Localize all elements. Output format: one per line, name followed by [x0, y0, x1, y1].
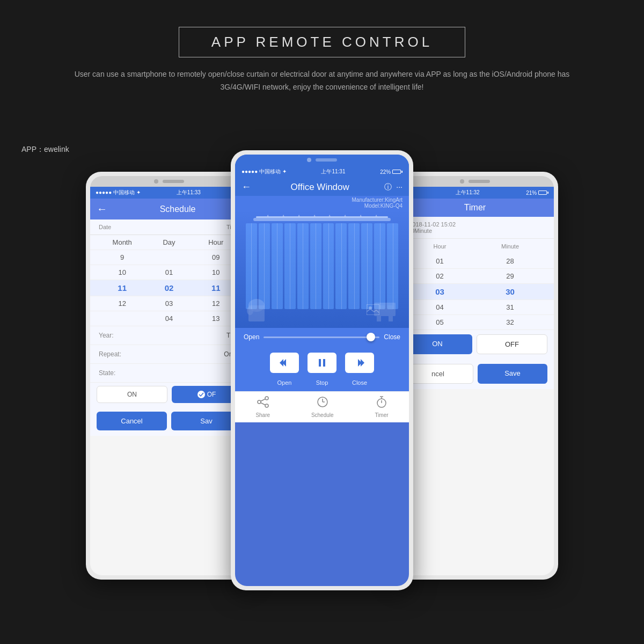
- day-4: 04: [153, 314, 185, 323]
- timer-icon: [376, 396, 387, 411]
- battery-icon-center: [392, 170, 402, 174]
- svg-rect-5: [389, 316, 393, 321]
- back-arrow-left[interactable]: ←: [97, 203, 107, 215]
- time-right: 上午11:32: [456, 189, 480, 196]
- camera-right: [460, 179, 464, 184]
- title-text: APP REMOTE CONTROL: [211, 34, 433, 50]
- month-col-header: Month: [106, 238, 138, 246]
- share-icon: [257, 396, 269, 411]
- battery-right: 21%: [526, 190, 548, 196]
- save-button-right[interactable]: Save: [478, 364, 547, 384]
- camera-center: [307, 158, 311, 162]
- schedule-row-1: 10 01 10: [90, 265, 248, 280]
- timer-off-button[interactable]: OFF: [477, 334, 547, 354]
- schedule-title: Schedule: [114, 204, 241, 214]
- state-label: State:: [99, 369, 115, 377]
- svg-point-16: [265, 397, 268, 400]
- check-icon: [197, 391, 205, 398]
- open-btn-label: Open: [270, 379, 299, 386]
- phones-container: ●●●●● 中国移动 ✦ 上午11:33 ← Schedule: [0, 150, 644, 590]
- timer-info: at:2018-11-02 15:02 ur30Minute: [396, 217, 554, 239]
- schedule-header: ← Schedule: [90, 199, 248, 219]
- phone-notch-right: [396, 176, 554, 187]
- hour-picker-header: Hour: [421, 243, 459, 250]
- date-col-label: Date: [99, 224, 111, 230]
- timer-row-0: 01 28: [396, 254, 554, 269]
- schedule-row-2-active: 11 02 11: [90, 280, 248, 296]
- min-r4: 32: [492, 318, 529, 326]
- timer-title: Timer: [402, 203, 547, 213]
- phone-schedule-inner: ●●●●● 中国移动 ✦ 上午11:33 ← Schedule: [90, 176, 248, 575]
- hour-col-header: Hour: [200, 238, 232, 246]
- slider-close-label: Close: [384, 333, 400, 341]
- time-center: 上午11:31: [321, 168, 345, 175]
- carrier-center: ●●●●● 中国移动 ✦: [241, 168, 287, 175]
- center-screen-title: Office Window: [255, 182, 384, 193]
- month-3: 12: [106, 299, 138, 308]
- svg-line-20: [261, 403, 265, 405]
- model-name: Model:KING-Q4: [241, 203, 402, 209]
- state-toggle-row: ON OF: [90, 383, 248, 406]
- hour-r0: 01: [421, 257, 459, 265]
- slider-thumb[interactable]: [367, 333, 375, 341]
- phone-notch-center: [235, 155, 409, 165]
- image-placeholder-icon: [367, 304, 379, 317]
- svg-rect-13: [323, 359, 325, 367]
- curtain-slider[interactable]: [264, 336, 379, 338]
- more-icon[interactable]: ···: [396, 182, 402, 192]
- schedule-nav-label: Schedule: [311, 412, 334, 418]
- stop-btn-label: Stop: [308, 379, 336, 386]
- day-0: [153, 253, 185, 261]
- svg-rect-6: [379, 305, 385, 310]
- open-button[interactable]: [270, 353, 299, 373]
- year-label: Year:: [99, 332, 114, 339]
- min-r2-active: 30: [492, 287, 529, 296]
- back-arrow-center[interactable]: ←: [241, 181, 251, 193]
- hour-2-active: 11: [200, 283, 232, 292]
- hour-r4: 05: [421, 318, 459, 326]
- phone-notch-left: [90, 176, 248, 187]
- info-icon[interactable]: ⓘ: [384, 182, 392, 192]
- time-left: 上午11:33: [177, 189, 201, 196]
- svg-rect-12: [319, 359, 321, 367]
- curtain-visualization: ∧ ∧ ∧ ∧ ∧ ∧ ∧ ∧: [235, 210, 409, 328]
- schedule-table-header: Date Time: [90, 219, 248, 235]
- cancel-button-left[interactable]: Cancel: [97, 412, 167, 430]
- close-btn-label: Close: [345, 379, 374, 386]
- timer-body: at:2018-11-02 15:02 ur30Minute Hour Minu…: [396, 217, 554, 358]
- hour-3: 12: [200, 299, 232, 308]
- carrier-left: ●●●●● 中国移动 ✦: [96, 189, 141, 196]
- stop-button[interactable]: [308, 353, 336, 373]
- timer-info-line1: at:2018-11-02 15:02: [402, 221, 547, 228]
- phone-schedule: ●●●●● 中国移动 ✦ 上午11:33 ← Schedule: [86, 172, 252, 580]
- picker-col-headers: Month Day Hour: [90, 235, 248, 250]
- nav-schedule[interactable]: Schedule: [311, 396, 334, 418]
- state-row: State:: [90, 364, 248, 383]
- svg-line-19: [261, 399, 265, 401]
- hour-r2-active: 03: [421, 287, 459, 296]
- timer-nav-label: Timer: [375, 412, 388, 418]
- nav-timer[interactable]: Timer: [375, 396, 388, 418]
- control-buttons: [235, 346, 409, 379]
- day-1: 01: [153, 268, 185, 276]
- camera-left: [154, 179, 158, 184]
- month-2-active: 11: [106, 283, 138, 292]
- svg-point-18: [265, 404, 268, 407]
- min-r3: 31: [492, 303, 529, 311]
- speaker-center: [316, 158, 337, 162]
- timer-row-1: 02 29: [396, 269, 554, 284]
- day-col-header: Day: [153, 238, 185, 246]
- nav-share[interactable]: Share: [255, 396, 270, 418]
- status-bar-right: 上午11:32 21%: [396, 187, 554, 199]
- close-button[interactable]: [345, 353, 374, 373]
- svg-rect-7: [387, 305, 393, 310]
- status-bar-center: ●●●●● 中国移动 ✦ 上午11:31 22%: [235, 165, 409, 178]
- state-on-btn[interactable]: ON: [97, 386, 167, 403]
- timer-row-2-active: 03 30: [396, 284, 554, 300]
- battery-icon-right: [538, 191, 548, 195]
- status-bar-left: ●●●●● 中国移动 ✦ 上午11:33: [90, 187, 248, 199]
- room-furniture-left: [246, 295, 267, 324]
- minute-picker-header: Minute: [492, 243, 529, 250]
- svg-rect-8: [367, 304, 379, 315]
- phone-timer: 上午11:32 21% Timer at:2018-11-02 15:02 ur…: [392, 172, 558, 580]
